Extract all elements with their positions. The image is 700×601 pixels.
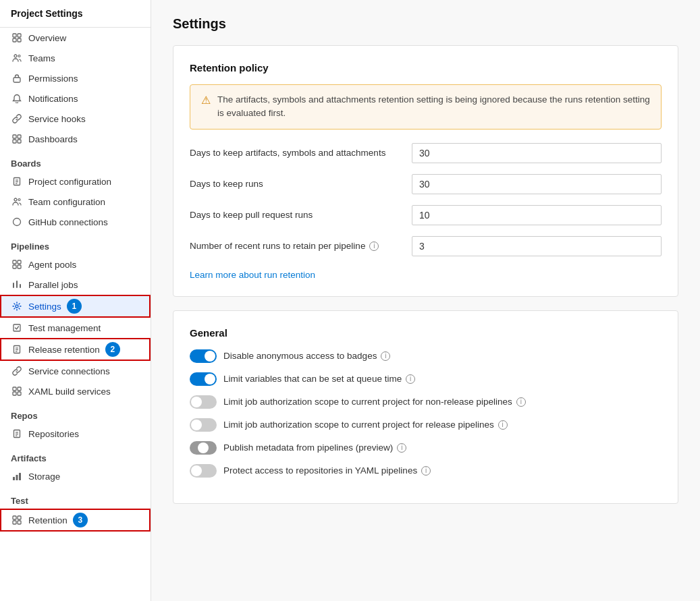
sidebar: Project Settings Overview Teams Permissi… [0,0,151,601]
field-label-days-runs: Days to keep runs [190,179,412,189]
toggle-label-limit-job-auth-release: Limit job authorization scope to current… [223,420,508,430]
grid-icon [11,385,23,397]
toggle-label-protect-yaml-repos: Protect access to repositories in YAML p… [223,465,431,476]
sidebar-item-overview[interactable]: Overview [0,28,151,48]
sidebar-item-service-hooks[interactable]: Service hooks [0,109,151,129]
field-input-days-pr-runs[interactable] [412,205,662,225]
main-content: Settings Retention policy ⚠ The artifact… [151,0,700,601]
sidebar-item-label: Storage [28,471,60,482]
svg-rect-3 [18,38,21,42]
sidebar-item-label: Service connections [28,366,110,376]
toggle-knob-disable-anon-badges [205,351,215,362]
sidebar-item-agent-pools[interactable]: Agent pools [0,254,151,275]
circle-icon [11,216,23,228]
svg-rect-41 [19,473,21,480]
sidebar-item-label: Parallel jobs [28,280,78,290]
toggle-protect-yaml-repos[interactable] [190,464,217,478]
learn-more-link[interactable]: Learn more about run retention [190,270,315,280]
field-input-days-runs[interactable] [412,174,662,194]
warning-banner: ⚠ The artifacts, symbols and attachments… [190,84,662,130]
toggle-row-limit-job-auth-non-release: Limit job authorization scope to current… [190,395,662,409]
toggle-row-protect-yaml-repos: Protect access to repositories in YAML p… [190,464,662,478]
svg-rect-2 [13,38,16,42]
svg-point-4 [14,55,17,57]
grid-icon [11,32,23,44]
badge-3: 3 [73,513,88,527]
sidebar-section-pipelines: Pipelines [0,232,151,254]
info-icon-protect-yaml-repos: i [421,466,431,476]
field-input-recent-runs[interactable] [412,236,662,256]
chart-icon [11,470,23,482]
svg-rect-33 [13,392,16,395]
sidebar-item-label: Notifications [28,94,78,104]
svg-rect-19 [18,260,21,264]
sidebar-item-test-management[interactable]: Test management [0,318,151,338]
toggle-knob-limit-job-auth-release [191,420,202,430]
field-row-days-runs: Days to keep runs [190,174,662,194]
sidebar-item-release-retention[interactable]: Release retention 2 [0,338,151,361]
field-input-days-artifacts[interactable] [412,143,662,163]
sidebar-item-xaml-build-services[interactable]: XAML build services [0,381,151,401]
doc-icon [11,175,23,188]
gear-icon [11,300,23,312]
sidebar-item-team-config[interactable]: Team configuration [0,192,151,212]
sidebar-item-label: Overview [28,33,66,43]
toggle-row-limit-job-auth-release: Limit job authorization scope to current… [190,418,662,432]
sidebar-item-parallel-jobs[interactable]: Parallel jobs [0,275,151,295]
svg-rect-26 [14,324,20,331]
sidebar-item-dashboards[interactable]: Dashboards [0,129,151,149]
sidebar-item-label: Retention [28,515,68,525]
sidebar-item-notifications[interactable]: Notifications [0,88,151,109]
sidebar-section-artifacts: Artifacts [0,444,151,466]
sidebar-item-storage[interactable]: Storage [0,466,151,486]
sidebar-item-service-connections[interactable]: Service connections [0,361,151,381]
general-card-title: General [190,327,662,339]
sidebar-item-teams[interactable]: Teams [0,48,151,68]
toggle-label-limit-job-auth-non-release: Limit job authorization scope to current… [223,397,526,407]
bell-icon [11,92,23,105]
sidebar-item-label: Team configuration [28,197,105,207]
svg-rect-8 [18,135,21,138]
sidebar-item-permissions[interactable]: Permissions [0,68,151,88]
sidebar-item-label: Teams [28,53,55,63]
sidebar-item-retention[interactable]: Retention 3 [0,509,151,532]
svg-point-16 [18,199,20,201]
svg-rect-9 [13,140,16,143]
sidebar-section-boards: Boards [0,149,151,171]
sidebar-item-label: Test management [28,323,101,333]
toggle-label-publish-metadata: Publish metadata from pipelines (preview… [223,442,406,453]
link-icon [11,113,23,125]
sidebar-item-label: Repositories [28,429,79,439]
toggle-knob-publish-metadata [198,442,209,453]
people-icon [11,196,23,208]
toggle-publish-metadata[interactable] [190,441,217,455]
sidebar-item-label: Permissions [28,74,78,84]
svg-rect-34 [18,392,21,395]
sidebar-item-label: XAML build services [28,387,111,397]
sidebar-item-label: Release retention [28,345,100,355]
sidebar-item-repositories[interactable]: Repositories [0,424,151,444]
field-row-recent-runs: Number of recent runs to retain per pipe… [190,236,662,256]
toggle-limit-vars-queue[interactable] [190,372,217,386]
info-icon-publish-metadata: i [397,443,406,453]
sidebar-item-label: Settings [28,302,61,312]
toggle-limit-job-auth-release[interactable] [190,418,217,432]
svg-rect-0 [13,34,16,37]
sidebar-section-test: Test [0,486,151,509]
sidebar-item-label: Project configuration [28,177,111,187]
svg-rect-40 [16,475,18,480]
svg-rect-7 [13,135,16,138]
toggle-disable-anon-badges[interactable] [190,349,217,363]
bars-icon [11,279,23,291]
svg-rect-1 [18,34,21,37]
sidebar-item-settings[interactable]: Settings 1 [0,295,151,318]
toggle-limit-job-auth-non-release[interactable] [190,395,217,409]
info-icon-limit-job-auth-non-release: i [516,397,526,407]
grid-icon [11,133,23,145]
sidebar-item-label: Agent pools [28,260,76,270]
sidebar-item-project-config[interactable]: Project configuration [0,171,151,192]
page-title: Settings [173,16,678,32]
sidebar-item-github-connections[interactable]: GitHub connections [0,212,151,232]
grid-icon [11,514,23,526]
svg-point-25 [16,305,18,308]
